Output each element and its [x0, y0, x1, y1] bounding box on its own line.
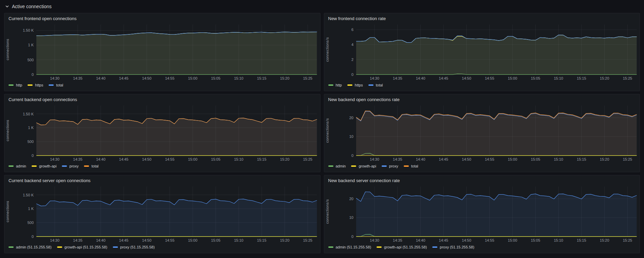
panel-current-backend-open-connections: Current backend open connections 05001 K… — [4, 94, 320, 172]
y-tick-label: 0 — [32, 72, 34, 77]
time-series-plot[interactable]: 05001 K1.50 K14:3014:3514:4014:4514:5014… — [4, 103, 320, 162]
legend-label: https — [355, 83, 363, 87]
x-tick-label: 14:35 — [73, 76, 83, 80]
y-tick-label: 0 — [32, 154, 34, 158]
time-series-plot[interactable]: 0102014:3014:3514:4014:4514:5014:5515:00… — [324, 184, 640, 243]
x-tick-label: 15:00 — [508, 76, 517, 80]
legend-label: admin — [336, 164, 346, 168]
x-tick-label: 14:30 — [370, 238, 379, 242]
x-tick-label: 14:40 — [416, 76, 425, 80]
legend-swatch — [84, 165, 89, 167]
legend-label: https — [35, 83, 43, 87]
legend: admin (51.15.255.58)growth-api (51.15.25… — [324, 243, 640, 253]
legend-swatch — [328, 165, 333, 167]
time-series-plot[interactable]: 024614:3014:3514:4014:4514:5014:5515:001… — [324, 22, 640, 81]
y-tick-label: 20 — [349, 197, 353, 201]
legend-swatch — [8, 84, 14, 86]
legend-item-https[interactable]: https — [347, 83, 363, 87]
y-tick-label: 1.50 K — [23, 112, 34, 116]
x-tick-label: 15:25 — [623, 157, 632, 161]
legend-item-growth-api[interactable]: growth-api — [351, 164, 376, 168]
x-tick-label: 14:45 — [439, 238, 448, 242]
y-tick-label: 6 — [351, 28, 353, 32]
legend-label: growth-api (51.15.255.58) — [384, 245, 427, 249]
panel-title-bar[interactable]: New frontend connection rate — [324, 13, 640, 22]
y-axis-label: connections — [5, 201, 10, 222]
legend-item-admin-51-15-255-58[interactable]: admin (51.15.255.58) — [328, 245, 371, 249]
legend-item-growth-api[interactable]: growth-api — [32, 164, 56, 168]
x-tick-label: 15:10 — [554, 76, 563, 80]
legend-swatch — [404, 165, 409, 167]
x-tick-label: 15:20 — [600, 157, 609, 161]
legend-item-total[interactable]: total — [404, 164, 418, 168]
legend-item-total[interactable]: total — [84, 164, 99, 168]
x-tick-label: 14:50 — [142, 157, 152, 161]
legend-item-admin[interactable]: admin — [8, 164, 26, 168]
legend-item-proxy-51-15-255-58[interactable]: proxy (51.15.255.58) — [113, 245, 155, 249]
legend-label: growth-api — [39, 164, 56, 168]
legend-swatch — [8, 246, 14, 248]
time-series-plot[interactable]: 0102014:3014:3514:4014:4514:5014:5515:00… — [324, 103, 640, 162]
x-tick-label: 14:35 — [73, 157, 83, 161]
time-series-plot[interactable]: 05001 K1.50 K14:3014:3514:4014:4514:5014… — [4, 22, 320, 81]
legend-item-proxy[interactable]: proxy — [62, 164, 79, 168]
y-tick-label: 10 — [349, 135, 353, 139]
x-tick-label: 14:30 — [370, 76, 379, 80]
panel-title-bar[interactable]: New backend open connections rate — [324, 94, 640, 103]
x-tick-label: 14:40 — [96, 76, 106, 80]
legend-item-growth-api-51-15-255-58[interactable]: growth-api (51.15.255.58) — [377, 245, 427, 249]
x-tick-label: 14:30 — [50, 238, 59, 242]
legend-swatch — [113, 246, 118, 248]
x-tick-label: 14:55 — [485, 238, 494, 242]
legend-item-https[interactable]: https — [28, 83, 43, 87]
x-tick-label: 14:55 — [165, 76, 175, 80]
x-tick-label: 14:35 — [393, 157, 402, 161]
legend-label: growth-api — [359, 164, 376, 168]
y-tick-label: 500 — [28, 58, 34, 62]
y-tick-label: 10 — [349, 216, 353, 220]
x-tick-label: 15:00 — [188, 76, 197, 80]
legend-item-total[interactable]: total — [368, 83, 383, 87]
legend-item-http[interactable]: http — [8, 83, 22, 87]
panel-title: Current backend open connections — [8, 97, 316, 102]
legend-swatch — [382, 165, 387, 167]
legend-label: http — [336, 83, 342, 87]
legend-swatch — [62, 165, 67, 167]
legend-label: proxy — [69, 164, 79, 168]
x-tick-label: 15:15 — [577, 238, 586, 242]
panel-title: Current backend server open connections — [8, 178, 316, 183]
chart-area: 0102014:3014:3514:4014:4514:5014:5515:00… — [324, 103, 640, 162]
time-series-plot[interactable]: 05001 K1.50 K14:3014:3514:4014:4514:5014… — [4, 184, 320, 243]
legend-label: http — [16, 83, 22, 87]
legend-swatch — [328, 246, 333, 248]
legend-item-growth-api-51-15-255-58[interactable]: growth-api (51.15.255.58) — [57, 245, 107, 249]
panel-title-bar[interactable]: Current backend server open connections — [4, 175, 320, 184]
x-tick-label: 14:40 — [96, 157, 106, 161]
y-axis-label: connections/s — [325, 37, 329, 62]
legend-item-admin[interactable]: admin — [328, 164, 346, 168]
chart-area: 05001 K1.50 K14:3014:3514:4014:4514:5014… — [4, 22, 320, 81]
y-tick-label: 2 — [351, 58, 353, 62]
x-tick-label: 15:15 — [257, 157, 266, 161]
legend-item-total[interactable]: total — [49, 83, 63, 87]
row-header-active-connections[interactable]: Active connections — [0, 0, 644, 13]
legend-swatch — [432, 246, 437, 248]
legend-item-admin-51-15-255-58[interactable]: admin (51.15.255.58) — [8, 245, 52, 249]
y-tick-label: 0 — [351, 235, 353, 239]
x-tick-label: 14:30 — [370, 157, 379, 161]
panel-title-bar[interactable]: New backend server connection rate — [324, 175, 640, 184]
y-tick-label: 0 — [351, 72, 353, 77]
panel-title-bar[interactable]: Current frontend open connections — [4, 13, 320, 22]
chart-area: 05001 K1.50 K14:3014:3514:4014:4514:5014… — [4, 184, 320, 243]
series-fill — [356, 192, 637, 237]
legend-item-proxy-51-15-255-58[interactable]: proxy (51.15.255.58) — [432, 245, 474, 249]
panel-title: New backend server connection rate — [328, 178, 636, 183]
legend-item-proxy[interactable]: proxy — [382, 164, 398, 168]
panel-title-bar[interactable]: Current backend open connections — [4, 94, 320, 103]
legend-label: total — [411, 164, 418, 168]
series-fill — [356, 35, 637, 75]
legend-swatch — [49, 84, 54, 86]
x-tick-label: 14:45 — [439, 76, 448, 80]
legend-item-http[interactable]: http — [328, 83, 342, 87]
x-tick-label: 15:05 — [531, 76, 540, 80]
